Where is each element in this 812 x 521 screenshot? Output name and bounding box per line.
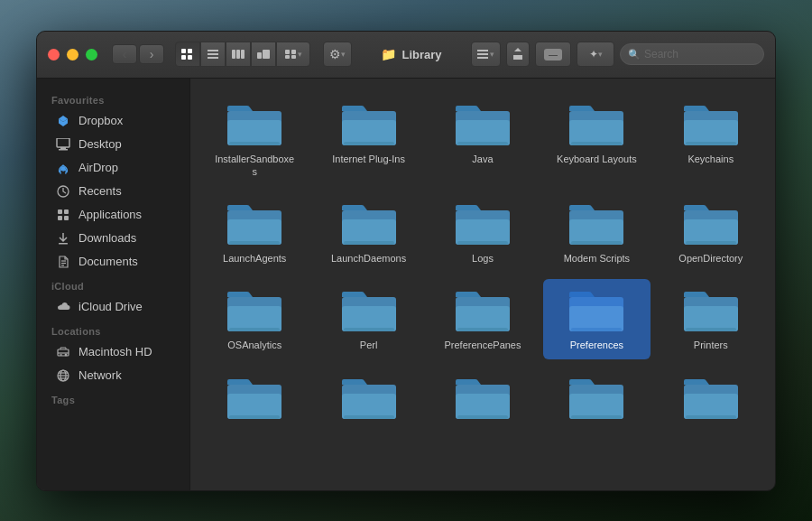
svg-rect-46	[229, 142, 280, 145]
folder-label: Java	[472, 153, 493, 165]
svg-rect-91	[229, 415, 280, 419]
svg-rect-63	[342, 219, 396, 245]
folder-item[interactable]: InstallerSandboxes	[201, 93, 308, 186]
folder-item[interactable]: OpenDirectory	[658, 192, 764, 272]
tags-heading: Tags	[37, 387, 189, 409]
folder-item[interactable]	[315, 367, 421, 433]
documents-icon	[55, 254, 71, 270]
folder-label: Preferences	[570, 339, 623, 351]
folder-item[interactable]: LaunchDaemons	[315, 192, 421, 272]
svg-rect-96	[456, 394, 510, 419]
svg-rect-28	[64, 209, 69, 214]
network-icon	[55, 367, 71, 384]
folder-item[interactable]: PreferencePanes	[429, 279, 536, 358]
svg-rect-7	[232, 50, 235, 59]
folder-icon	[682, 286, 740, 333]
svg-rect-3	[188, 55, 192, 60]
share-button[interactable]	[506, 42, 530, 67]
title-bar: ‹ › ▾ ⚙ ▾	[37, 32, 775, 79]
folder-icon	[226, 374, 283, 421]
svg-rect-51	[456, 120, 510, 145]
folder-icon	[454, 100, 512, 147]
sidebar-item-network[interactable]: Network	[41, 364, 186, 387]
folder-item[interactable]	[543, 367, 650, 433]
minimize-button[interactable]	[67, 49, 78, 60]
maximize-button[interactable]	[86, 49, 97, 60]
main-content: Favourites Dropbox Desktop AirDrop	[37, 79, 775, 490]
svg-rect-23	[60, 147, 66, 149]
svg-rect-52	[457, 142, 508, 145]
icloud-icon	[55, 299, 71, 315]
toolbar-right: ▾ — ✦ ▾ 🔍 Search	[471, 42, 764, 67]
folder-icon	[567, 200, 625, 247]
svg-rect-78	[342, 306, 396, 331]
sidebar-item-downloads[interactable]: Downloads	[41, 227, 186, 250]
forward-button[interactable]: ›	[139, 44, 164, 64]
folder-item[interactable]: Logs	[429, 192, 536, 272]
svg-rect-11	[263, 50, 270, 59]
folder-item[interactable]: OSAnalytics	[201, 279, 308, 358]
svg-rect-72	[684, 219, 738, 245]
folder-icon	[226, 100, 283, 147]
folder-item[interactable]: Preferences	[543, 279, 650, 358]
sidebar-item-icloud-drive[interactable]: iCloud Drive	[41, 295, 186, 319]
search-box[interactable]: 🔍 Search	[620, 43, 764, 65]
svg-rect-81	[456, 306, 510, 331]
sidebar-item-dropbox[interactable]: Dropbox	[41, 109, 186, 133]
arrange-list-button[interactable]: ▾	[471, 42, 501, 67]
svg-rect-76	[229, 328, 280, 331]
folder-item[interactable]: Modem Scripts	[543, 192, 650, 272]
svg-rect-79	[344, 328, 394, 331]
dropbox-toolbar-button[interactable]: ✦ ▾	[577, 42, 614, 67]
sidebar-item-label: iCloud Drive	[78, 300, 143, 313]
svg-rect-10	[257, 52, 262, 59]
close-button[interactable]	[48, 49, 60, 60]
folder-icon	[340, 100, 398, 147]
folder-item[interactable]	[658, 367, 764, 433]
sidebar: Favourites Dropbox Desktop AirDrop	[37, 79, 190, 490]
folder-item[interactable]: Java	[429, 93, 536, 186]
folder-item[interactable]: LaunchAgents	[201, 192, 308, 272]
column-view-button[interactable]	[226, 42, 251, 67]
finder-window: ‹ › ▾ ⚙ ▾	[36, 31, 776, 491]
downloads-icon	[55, 230, 71, 247]
sidebar-item-label: Desktop	[78, 137, 122, 151]
arrange-button[interactable]: ▾	[276, 42, 310, 67]
folder-item[interactable]: Keyboard Layouts	[543, 93, 650, 186]
back-button[interactable]: ‹	[112, 44, 137, 64]
svg-rect-58	[686, 142, 736, 145]
svg-point-37	[65, 354, 67, 356]
svg-rect-14	[285, 55, 290, 59]
folder-icon	[454, 286, 512, 333]
folder-item[interactable]: Internet Plug-Ins	[315, 93, 421, 186]
svg-rect-15	[291, 55, 296, 59]
svg-rect-49	[344, 142, 394, 145]
folder-item[interactable]	[429, 367, 536, 433]
svg-rect-57	[684, 120, 738, 145]
sidebar-item-macintosh-hd[interactable]: Macintosh HD	[41, 340, 186, 364]
icon-view-button[interactable]	[175, 42, 200, 67]
sidebar-item-airdrop[interactable]: AirDrop	[41, 156, 186, 180]
svg-rect-27	[58, 209, 62, 214]
locations-heading: Locations	[37, 319, 189, 340]
folder-item[interactable]: Perl	[315, 279, 421, 358]
sidebar-item-label: Documents	[78, 255, 138, 268]
list-view-button[interactable]	[200, 42, 226, 67]
sidebar-item-recents[interactable]: Recents	[41, 180, 186, 203]
sidebar-item-desktop[interactable]: Desktop	[41, 133, 186, 156]
sidebar-item-label: Network	[78, 368, 122, 382]
action-button[interactable]: ⚙ ▾	[323, 42, 352, 67]
svg-rect-9	[241, 50, 245, 59]
folder-item[interactable]	[201, 367, 308, 433]
svg-rect-88	[686, 328, 736, 331]
folder-item[interactable]: Printers	[658, 279, 764, 358]
folder-item[interactable]: Keychains	[658, 93, 764, 186]
cover-flow-button[interactable]	[251, 42, 276, 67]
tag-button[interactable]: —	[535, 42, 571, 67]
svg-rect-24	[59, 149, 68, 151]
sidebar-item-documents[interactable]: Documents	[41, 250, 186, 274]
svg-rect-100	[571, 415, 622, 419]
svg-rect-69	[569, 219, 623, 245]
sidebar-item-applications[interactable]: Applications	[41, 203, 186, 227]
folder-label: Keychains	[687, 153, 734, 165]
